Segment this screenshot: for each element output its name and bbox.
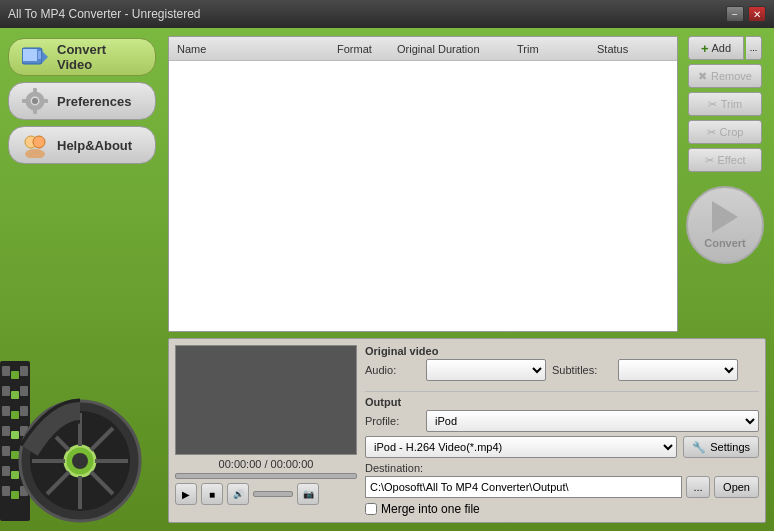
svg-rect-24 <box>20 426 28 436</box>
svg-point-37 <box>65 446 95 476</box>
preview-controls: ▶ ■ 🔊 📷 <box>175 483 357 505</box>
merge-label: Merge into one file <box>381 502 480 516</box>
svg-rect-14 <box>2 366 10 376</box>
file-list-panel: Name Format Original Duration Trim Statu… <box>168 36 678 332</box>
svg-rect-30 <box>11 411 19 419</box>
more-button[interactable]: ... <box>746 36 762 60</box>
bottom-section: 00:00:00 / 00:00:00 ▶ ■ 🔊 📷 <box>168 338 766 523</box>
open-button[interactable]: Open <box>714 476 759 498</box>
preview-progress-bar[interactable] <box>175 473 357 479</box>
svg-rect-18 <box>2 446 10 456</box>
output-label: Output <box>365 396 759 408</box>
profile-row: Profile: iPod <box>365 410 759 432</box>
audio-row: Audio: Subtitles: <box>365 359 759 381</box>
svg-rect-20 <box>2 486 10 496</box>
svg-point-12 <box>25 149 45 158</box>
stop-button[interactable]: ■ <box>201 483 223 505</box>
original-video-section: Original video Audio: Subtitles: <box>365 345 759 385</box>
original-video-label: Original video <box>365 345 759 357</box>
add-button[interactable]: + Add <box>688 36 744 60</box>
destination-section: Destination: ... Open <box>365 462 759 498</box>
stop-icon: ■ <box>209 489 215 500</box>
sidebar-item-help-about[interactable]: Help&About <box>8 126 156 164</box>
svg-point-35 <box>20 401 140 521</box>
sidebar-item-convert-video[interactable]: Convert Video <box>8 38 156 76</box>
svg-rect-21 <box>20 366 28 376</box>
svg-rect-29 <box>11 391 19 399</box>
svg-rect-16 <box>2 406 10 416</box>
svg-rect-22 <box>20 386 28 396</box>
format-select[interactable]: iPod - H.264 Video(*.mp4) <box>365 436 677 458</box>
svg-rect-15 <box>2 386 10 396</box>
svg-rect-31 <box>11 431 19 439</box>
content-area: Name Format Original Duration Trim Statu… <box>168 28 774 531</box>
subtitles-label: Subtitles: <box>552 364 612 376</box>
svg-point-36 <box>30 411 130 511</box>
crop-icon: ✂ <box>707 126 716 139</box>
svg-rect-9 <box>43 99 48 103</box>
svg-rect-19 <box>2 466 10 476</box>
sidebar-item-convert-video-label: Convert Video <box>57 42 143 72</box>
destination-input[interactable] <box>365 476 682 498</box>
audio-label: Audio: <box>365 364 420 376</box>
svg-rect-1 <box>23 49 37 61</box>
sidebar: Convert Video Preferences <box>0 28 168 531</box>
play-button[interactable]: ▶ <box>175 483 197 505</box>
svg-line-45 <box>91 428 113 450</box>
remove-icon: ✖ <box>698 70 707 83</box>
sidebar-item-preferences[interactable]: Preferences <box>8 82 156 120</box>
audio-select[interactable] <box>426 359 546 381</box>
add-more-row: + Add ... <box>688 36 762 60</box>
svg-point-5 <box>32 98 38 104</box>
app-title: All To MP4 Converter - Unregistered <box>8 7 201 21</box>
svg-rect-23 <box>20 406 28 416</box>
output-section: Output Profile: iPod iPod - H.264 Video(… <box>365 391 759 516</box>
film-reel-decoration <box>0 331 170 531</box>
crop-button[interactable]: ✂ Crop <box>688 120 762 144</box>
preview-timecode: 00:00:00 / 00:00:00 <box>175 458 357 470</box>
svg-point-11 <box>33 136 45 148</box>
convert-button[interactable]: Convert <box>686 186 764 264</box>
svg-line-43 <box>47 428 69 450</box>
convert-play-icon <box>712 201 738 233</box>
destination-label: Destination: <box>365 462 759 474</box>
volume-button[interactable]: 🔊 <box>227 483 249 505</box>
svg-rect-25 <box>20 446 28 456</box>
svg-rect-27 <box>20 486 28 496</box>
svg-point-38 <box>72 453 88 469</box>
help-about-icon <box>21 131 49 159</box>
browse-button[interactable]: ... <box>686 476 710 498</box>
svg-rect-7 <box>33 109 37 114</box>
svg-rect-13 <box>0 361 30 521</box>
browse-icon: ... <box>693 481 702 493</box>
svg-line-44 <box>91 472 113 494</box>
snapshot-button[interactable]: 📷 <box>297 483 319 505</box>
file-list-header: Name Format Original Duration Trim Statu… <box>169 37 677 61</box>
main-container: Convert Video Preferences <box>0 28 774 531</box>
col-header-trim: Trim <box>513 43 593 55</box>
destination-row: ... Open <box>365 476 759 498</box>
remove-button[interactable]: ✖ Remove <box>688 64 762 88</box>
snapshot-icon: 📷 <box>303 489 314 499</box>
minimize-button[interactable]: − <box>726 6 744 22</box>
svg-rect-34 <box>11 491 19 499</box>
preferences-icon <box>21 87 49 115</box>
trim-button[interactable]: ✂ Trim <box>688 92 762 116</box>
col-header-name: Name <box>173 43 333 55</box>
col-header-format: Format <box>333 43 393 55</box>
svg-rect-26 <box>20 466 28 476</box>
profile-select[interactable]: iPod <box>426 410 759 432</box>
volume-slider[interactable] <box>253 491 293 497</box>
effect-icon: ✂ <box>705 154 714 167</box>
effect-button[interactable]: ✂ Effect <box>688 148 762 172</box>
play-icon: ▶ <box>182 489 190 500</box>
top-section: Name Format Original Duration Trim Statu… <box>168 36 766 332</box>
close-button[interactable]: ✕ <box>748 6 766 22</box>
trim-icon: ✂ <box>708 98 717 111</box>
subtitles-select[interactable] <box>618 359 738 381</box>
svg-marker-3 <box>42 51 48 63</box>
sidebar-item-help-label: Help&About <box>57 138 132 153</box>
title-bar: All To MP4 Converter - Unregistered − ✕ <box>0 0 774 28</box>
settings-button[interactable]: 🔧 Settings <box>683 436 759 458</box>
merge-checkbox[interactable] <box>365 503 377 515</box>
